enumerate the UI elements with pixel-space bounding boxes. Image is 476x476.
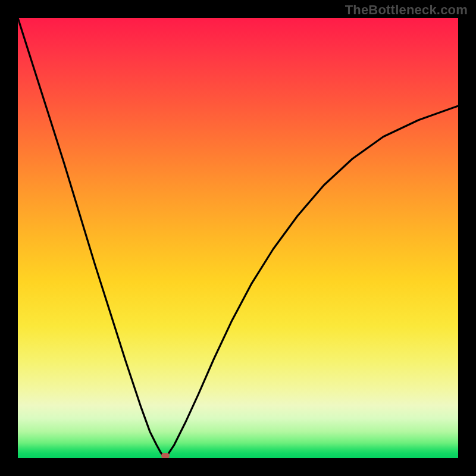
watermark-text: TheBottleneck.com [345,2,468,18]
minimum-marker [161,453,170,458]
plot-area [18,18,458,458]
bottleneck-curve [18,18,458,458]
chart-frame: TheBottleneck.com [0,0,476,476]
